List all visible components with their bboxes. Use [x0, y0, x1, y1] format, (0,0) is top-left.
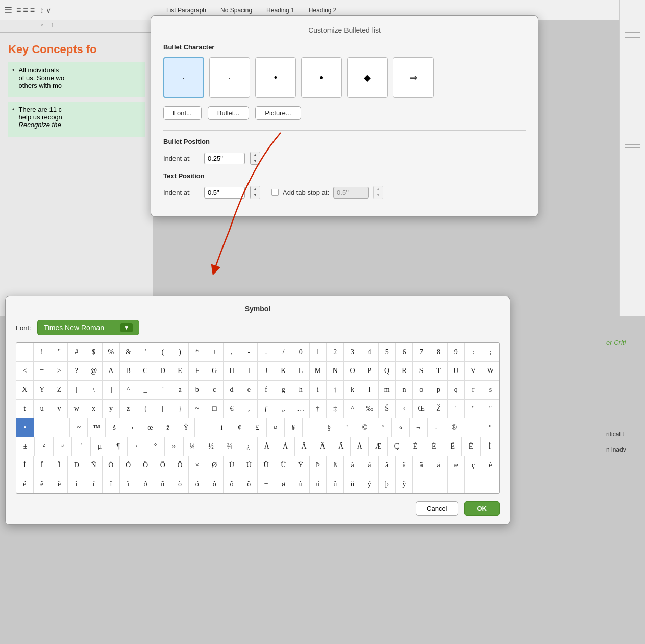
symbol-cell[interactable]: " [465, 400, 482, 418]
symbol-cell[interactable]: ú [310, 475, 327, 493]
symbol-cell[interactable]: ³ [54, 437, 72, 456]
symbol-cell[interactable]: Œ [413, 400, 430, 418]
symbol-cell[interactable]: l [361, 381, 379, 399]
symbol-cell[interactable]: v [51, 400, 68, 418]
font-button[interactable]: Font... [163, 106, 202, 120]
symbol-cell[interactable]: ¢ [231, 418, 249, 437]
symbol-cell[interactable]: ó [189, 475, 206, 493]
tab-heading-1[interactable]: Heading 1 [261, 5, 300, 16]
symbol-cell[interactable]: S [413, 362, 430, 380]
tab-heading-2[interactable]: Heading 2 [304, 5, 342, 16]
symbol-cell[interactable]: P [361, 362, 379, 380]
symbol-cell[interactable]: Q [379, 362, 396, 380]
symbol-cell[interactable]: > [51, 362, 68, 380]
symbol-cell[interactable]: ¬ [410, 418, 428, 437]
symbol-cell[interactable]: p [430, 381, 448, 399]
symbol-cell[interactable]: Ü [275, 456, 292, 475]
symbol-cell[interactable]: C [137, 362, 155, 380]
symbol-cell[interactable]: – [34, 418, 52, 437]
symbol-cell[interactable]: R [396, 362, 413, 380]
symbol-cell[interactable]: i [213, 418, 231, 437]
symbol-cell[interactable]: @ [85, 362, 103, 380]
symbol-cell[interactable]: e [240, 381, 258, 399]
symbol-cell[interactable]: — [52, 418, 70, 437]
symbol-cell[interactable]: Õ [154, 456, 171, 475]
symbol-cell[interactable]: Â [295, 437, 313, 456]
symbol-cell[interactable]: Ý [292, 456, 310, 475]
symbol-cell[interactable]: F [189, 362, 206, 380]
symbol-cell[interactable]: ä [413, 456, 430, 475]
symbol-cell[interactable]: ™ [88, 418, 106, 437]
symbol-cell[interactable]: š [106, 418, 123, 437]
symbol-cell[interactable]: ¾ [220, 437, 239, 456]
symbol-cell[interactable]: Y [34, 381, 51, 399]
symbol-cell[interactable]: ñ [154, 475, 171, 493]
symbol-cell[interactable]: Ï [51, 456, 68, 475]
symbol-cell[interactable]: U [448, 362, 465, 380]
symbol-cell[interactable] [465, 475, 482, 493]
symbol-cell[interactable]: Æ [369, 437, 387, 456]
symbol-cell[interactable]: 8 [430, 343, 448, 361]
symbol-cell[interactable]: ö [240, 475, 258, 493]
symbol-cell[interactable]: I [240, 362, 258, 380]
symbol-cell[interactable]: Ù [224, 456, 241, 475]
bullet-char-1[interactable]: · [209, 57, 250, 98]
symbol-cell[interactable]: ý [361, 475, 379, 493]
symbol-cell[interactable]: Þ [310, 456, 327, 475]
symbol-cell[interactable]: à [344, 456, 361, 475]
symbol-cell[interactable]: Ì [481, 437, 499, 456]
symbol-cell[interactable]: ± [16, 437, 35, 456]
symbol-cell[interactable] [482, 475, 500, 493]
symbol-cell[interactable] [195, 418, 213, 437]
symbol-cell[interactable]: ; [482, 343, 500, 361]
symbol-cell[interactable]: » [165, 437, 183, 456]
symbol-cell[interactable]: [ [68, 381, 85, 399]
symbol-cell[interactable]: © [356, 418, 374, 437]
symbol-cell[interactable] [448, 475, 465, 493]
symbol-cell[interactable]: · [128, 437, 146, 456]
symbol-cell[interactable]: ¶ [109, 437, 128, 456]
symbol-cell[interactable]: i [310, 381, 327, 399]
symbol-cell[interactable]: ^ [120, 381, 137, 399]
symbol-cell[interactable]: 6 [396, 343, 413, 361]
symbol-cell[interactable]: Ö [171, 456, 189, 475]
symbol-cell[interactable]: 3 [344, 343, 361, 361]
symbol-cell[interactable]: x [85, 400, 103, 418]
symbol-cell[interactable]: Û [258, 456, 275, 475]
symbol-cell[interactable]: g [275, 381, 292, 399]
symbol-cell[interactable]: W [482, 362, 500, 380]
symbol-cell[interactable]: Ç [388, 437, 406, 456]
symbol-cell[interactable]: ' [448, 400, 465, 418]
symbol-cell[interactable]: y [103, 400, 120, 418]
symbol-cell[interactable]: 0 [292, 343, 310, 361]
bullet-char-0[interactable]: · [163, 57, 204, 98]
symbol-cell[interactable]: ô [206, 475, 224, 493]
symbol-cell[interactable]: , [224, 343, 241, 361]
symbol-cell[interactable]: á [361, 456, 379, 475]
symbol-cell[interactable]: z [120, 400, 137, 418]
symbol-cell[interactable]: € [224, 400, 241, 418]
symbol-cell[interactable]: Î [34, 456, 51, 475]
bullet-indent-stepper[interactable]: ▲ ▼ [250, 152, 260, 165]
symbol-cell[interactable]: ? [68, 362, 85, 380]
symbol-cell[interactable]: Ž [430, 400, 448, 418]
symbol-cell[interactable]: Í [16, 456, 34, 475]
tab-no-spacing[interactable]: No Spacing [215, 5, 257, 16]
symbol-cell[interactable]: ~ [70, 418, 88, 437]
font-dropdown[interactable]: Times New Roman ▼ [37, 320, 139, 335]
symbol-cell[interactable]: í [85, 475, 103, 493]
symbol-cell[interactable]: Ë [462, 437, 480, 456]
symbol-cell[interactable]: Ð [68, 456, 85, 475]
symbol-cell[interactable]: < [16, 362, 34, 380]
symbol-cell[interactable]: ÿ [396, 475, 413, 493]
symbol-cell[interactable]: $ [85, 343, 103, 361]
symbol-cell[interactable]: N [327, 362, 344, 380]
symbol-cell[interactable]: = [34, 362, 51, 380]
symbol-cell[interactable]: . [258, 343, 275, 361]
symbol-cell[interactable]: ì [68, 475, 85, 493]
bullet-char-5[interactable]: ⇒ [393, 57, 434, 98]
text-indent-stepper[interactable]: ▲ ▼ [250, 186, 260, 199]
bullet-char-4[interactable]: ◆ [347, 57, 388, 98]
symbol-cell[interactable]: } [171, 400, 189, 418]
symbol-cell[interactable]: d [224, 381, 241, 399]
